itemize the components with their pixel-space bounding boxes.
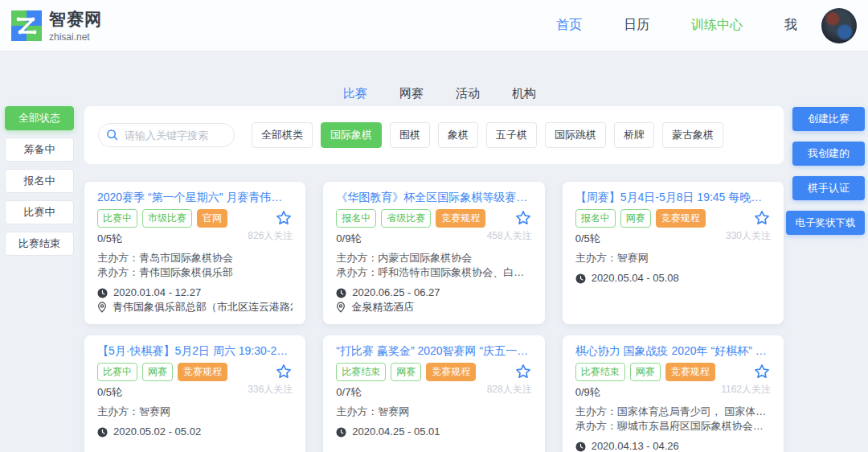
card-mid-left: 比赛中网赛竞赛规程0/5轮 [97, 363, 227, 400]
favorite-star-icon[interactable] [514, 363, 532, 380]
rules-link-tag[interactable]: 官网 [197, 209, 227, 228]
competition-card[interactable]: 【5月·快棋赛】5月2日 周六 19:30-21:30 一晚5...比赛中网赛竞… [84, 335, 305, 452]
organizer-line: 主办方：智赛网 [97, 405, 293, 419]
main-tabs: 比赛网赛活动机构 [327, 80, 552, 109]
clock-icon [575, 273, 586, 284]
tab-match[interactable]: 比赛 [327, 80, 383, 109]
date-line: 2020.05.04 - 05.08 [575, 271, 771, 286]
action-button[interactable]: 我创建的 [792, 142, 865, 166]
rules-link-tag[interactable]: 竞赛规程 [178, 363, 227, 381]
category-chip[interactable]: 全部棋类 [252, 122, 313, 148]
status-filter-button[interactable]: 报名中 [5, 169, 74, 193]
clock-icon [97, 427, 108, 438]
status-filter-button[interactable]: 比赛中 [5, 200, 74, 224]
organizer-line: 主办方：国家体育总局青少司， 国家体育总局棋牌... [575, 405, 771, 419]
date-line: 2020.01.04 - 12.27 [97, 286, 293, 300]
status-tag: 省级比赛 [381, 209, 431, 228]
tab-activity[interactable]: 活动 [440, 80, 496, 109]
competition-card[interactable]: “打比赛 赢奖金” 2020智赛网 “庆五一” 国际象...比赛结束网赛竞赛规程… [323, 335, 544, 452]
card-meta: 2020.05.04 - 05.08 [575, 271, 771, 286]
rules-link-tag[interactable]: 竞赛规程 [665, 363, 715, 381]
card-title-link[interactable]: 《华图教育》杯全区国际象棋等级赛（呼和浩特） [336, 190, 531, 204]
card-mid-row: 报名中省级比赛竞赛规程0/9轮458人关注 [336, 209, 531, 246]
favorite-star-icon[interactable] [753, 209, 771, 227]
filter-panel: 全部棋类国际象棋围棋象棋五子棋国际跳棋桥牌蒙古象棋 [84, 106, 784, 164]
card-title-link[interactable]: 【周赛】5月4日-5月8日 19:45 每晚一轮共5轮 [575, 190, 771, 204]
card-meta: 2020.01.04 - 12.27青伟国象俱乐部总部（市北区连云港路20号70… [97, 286, 293, 314]
nav-item-calendar[interactable]: 日历 [624, 17, 649, 34]
venue-line: 金泉精选酒店 [336, 300, 531, 314]
rounds-label: 0/9轮 [575, 385, 715, 400]
header-nav: 首页日历训练中心我 [556, 17, 797, 34]
header: 智赛网 zhisai.net 首页日历训练中心我 [0, 0, 868, 51]
favorite-star-icon[interactable] [275, 363, 293, 380]
favorite-star-icon[interactable] [514, 209, 532, 227]
favorite-star-icon[interactable] [275, 209, 293, 227]
brand-name: 智赛网 [49, 8, 102, 31]
competition-card-grid: 2020赛季 “第一个星期六” 月赛青伟会员招募比赛中市级比赛官网0/5轮826… [84, 182, 784, 452]
organizers: 主办方：国家体育总局青少司， 国家体育总局棋牌...承办方：聊城市东昌府区国际象… [575, 405, 771, 434]
category-chip[interactable]: 蒙古象棋 [662, 122, 723, 148]
followers-count: 828人关注 [487, 383, 532, 397]
category-chip[interactable]: 桥牌 [614, 122, 654, 148]
rules-link-tag[interactable]: 竞赛规程 [656, 209, 706, 228]
action-button[interactable]: 棋手认证 [792, 176, 865, 200]
tag-row: 比赛中市级比赛官网 [97, 209, 227, 228]
rules-link-tag[interactable]: 竞赛规程 [436, 209, 485, 228]
category-chip[interactable]: 国际象棋 [321, 122, 382, 148]
user-avatar[interactable] [821, 8, 857, 43]
rounds-label: 0/7轮 [336, 385, 476, 400]
nav-item-training-center[interactable]: 训练中心 [691, 17, 743, 34]
search-icon [106, 129, 118, 141]
competition-card[interactable]: 棋心协力 国象战疫 2020年 “好棋杯” 全国国际象...比赛结束网赛竞赛规程… [563, 335, 784, 452]
quick-action-rail: 创建比赛我创建的棋手认证电子奖状下载 [786, 107, 865, 245]
date-text: 2020.06.25 - 06.27 [352, 286, 440, 300]
rules-link-tag[interactable]: 竞赛规程 [426, 363, 476, 381]
status-tag: 报名中 [336, 209, 376, 228]
date-text: 2020.04.25 - 05.01 [352, 425, 440, 439]
competition-card[interactable]: 【周赛】5月4日-5月8日 19:45 每晚一轮共5轮报名中网赛竞赛规程0/5轮… [563, 182, 784, 324]
category-chip[interactable]: 五子棋 [486, 122, 537, 148]
card-title-link[interactable]: 棋心协力 国象战疫 2020年 “好棋杯” 全国国际象... [575, 343, 771, 358]
card-meta: 2020.06.25 - 06.27金泉精选酒店 [336, 286, 531, 314]
card-title-link[interactable]: 【5月·快棋赛】5月2日 周六 19:30-21:30 一晚5... [97, 343, 293, 358]
action-button[interactable]: 电子奖状下载 [786, 211, 865, 235]
category-chip[interactable]: 象棋 [438, 122, 478, 148]
card-mid-right: 458人关注 [487, 209, 532, 243]
brand-domain: zhisai.net [49, 31, 102, 43]
date-line: 2020.04.13 - 04.26 [575, 439, 771, 452]
card-mid-row: 比赛结束网赛竞赛规程0/9轮1162人关注 [575, 363, 771, 400]
category-chip[interactable]: 国际跳棋 [545, 122, 606, 148]
card-mid-row: 比赛中网赛竞赛规程0/5轮336人关注 [97, 363, 293, 400]
date-text: 2020.05.02 - 05.02 [113, 425, 201, 439]
status-tag: 报名中 [575, 209, 616, 228]
category-chip[interactable]: 围棋 [390, 122, 430, 148]
tab-online[interactable]: 网赛 [383, 80, 440, 109]
favorite-star-icon[interactable] [753, 363, 771, 380]
rounds-label: 0/5轮 [97, 232, 227, 246]
status-filter-rail: 全部状态筹备中报名中比赛中比赛结束 [5, 106, 74, 263]
followers-count: 826人关注 [248, 229, 293, 243]
status-tag: 比赛结束 [336, 363, 386, 381]
status-tag: 网赛 [391, 363, 421, 381]
status-filter-button[interactable]: 全部状态 [5, 106, 74, 130]
card-mid-right: 330人关注 [726, 209, 771, 243]
competition-card[interactable]: 《华图教育》杯全区国际象棋等级赛（呼和浩特）报名中省级比赛竞赛规程0/9轮458… [323, 182, 544, 324]
organizer-line: 主办方：智赛网 [336, 405, 531, 419]
nav-item-home[interactable]: 首页 [556, 17, 582, 34]
search-input[interactable] [98, 123, 235, 147]
status-filter-button[interactable]: 比赛结束 [5, 232, 74, 256]
card-mid-right: 828人关注 [487, 363, 532, 397]
organizers: 主办方：智赛网 [97, 405, 293, 419]
category-chips: 全部棋类国际象棋围棋象棋五子棋国际跳棋桥牌蒙古象棋 [252, 122, 723, 148]
brand-logo[interactable]: 智赛网 zhisai.net [11, 8, 102, 43]
status-tag: 市级比赛 [142, 209, 192, 228]
competition-card[interactable]: 2020赛季 “第一个星期六” 月赛青伟会员招募比赛中市级比赛官网0/5轮826… [84, 182, 305, 324]
tab-organization[interactable]: 机构 [496, 80, 552, 109]
status-filter-button[interactable]: 筹备中 [5, 138, 74, 162]
nav-item-me[interactable]: 我 [784, 17, 797, 34]
action-button[interactable]: 创建比赛 [792, 107, 865, 131]
card-title-link[interactable]: 2020赛季 “第一个星期六” 月赛青伟会员招募 [97, 190, 293, 204]
card-title-link[interactable]: “打比赛 赢奖金” 2020智赛网 “庆五一” 国际象... [336, 343, 531, 358]
date-line: 2020.04.25 - 05.01 [336, 425, 531, 439]
